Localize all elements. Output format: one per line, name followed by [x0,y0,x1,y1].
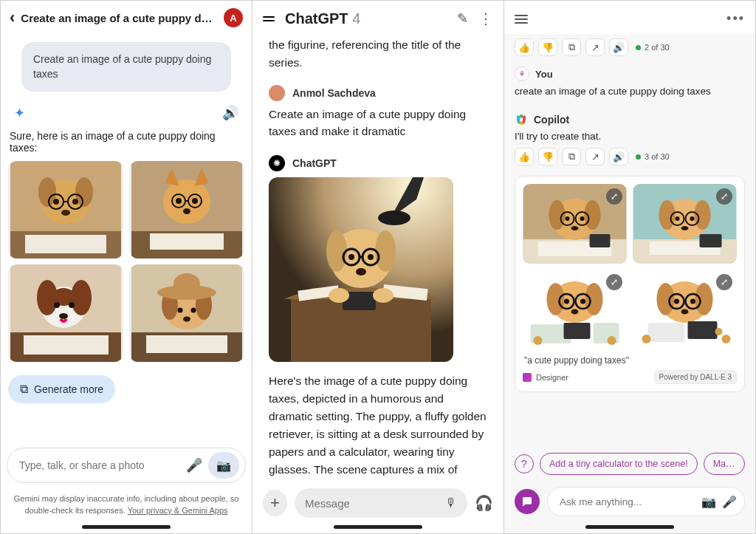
generate-more-label: Generate more [34,383,103,395]
home-indicator [82,525,171,529]
svg-point-28 [54,302,60,308]
speaker-icon[interactable]: 🔊 [222,105,238,121]
svg-point-93 [571,309,579,315]
home-indicator [585,525,674,529]
generated-image-2[interactable] [129,161,244,259]
privacy-link[interactable]: Your privacy & Gemini Apps [128,506,228,515]
help-icon[interactable]: ? [515,454,534,473]
read-aloud-icon[interactable]: 🔊 [609,38,628,56]
svg-rect-84 [700,234,722,247]
chatgpt-header: ChatGPT 4 ✎ ⋮ [252,1,504,36]
dislike-icon[interactable]: 👎 [538,148,557,165]
gemini-header: ‹ Create an image of a cute puppy doin..… [1,1,252,30]
user-avatar [269,85,285,101]
copilot-image-2[interactable]: ⤢ [633,184,737,264]
expand-icon[interactable]: ⤢ [606,274,622,290]
suggestion-chip-2[interactable]: Make the puppy w [704,453,745,475]
expand-icon[interactable]: ⤢ [716,274,732,290]
ask-input-wrapper[interactable]: 📷 🎤 [547,487,745,516]
new-chat-icon[interactable]: ✎ [457,10,468,27]
suggestion-chip-1[interactable]: Add a tiny calculator to the scene! [540,453,698,475]
chatgpt-title[interactable]: ChatGPT 4 [285,10,447,27]
dislike-icon[interactable]: 👎 [538,38,557,56]
action-row-1: 👍 👎 ⧉ ↗ 🔊 2 of 30 [515,38,745,56]
svg-point-101 [657,283,675,315]
menu-icon[interactable] [515,15,528,24]
generated-image-1[interactable] [8,161,123,259]
svg-point-59 [329,288,349,303]
svg-point-82 [681,226,689,230]
svg-rect-21 [150,233,224,250]
svg-point-16 [192,198,198,204]
message-input-wrapper[interactable]: 🎙 [295,488,467,518]
mic-icon[interactable]: 🎤 [186,457,202,473]
attach-icon[interactable]: + [263,490,287,516]
svg-point-102 [695,283,713,315]
generated-image[interactable] [269,177,453,362]
camera-icon[interactable]: 📷 [701,495,716,509]
copilot-text-input[interactable] [560,496,695,507]
you-message: create an image of a cute puppy doing ta… [515,86,745,97]
generated-image-grid [8,161,244,362]
more-icon[interactable]: ⋮ [478,10,493,27]
generated-image-3[interactable] [8,264,123,362]
copilot-panel: ••• 👍 👎 ⧉ ↗ 🔊 2 of 30 ⚘ You create an im… [504,1,755,533]
svg-rect-109 [648,323,685,342]
svg-point-40 [191,308,196,313]
copilot-label: Copilot [534,114,569,126]
svg-point-17 [183,208,190,214]
back-icon[interactable]: ‹ [10,8,15,27]
like-icon[interactable]: 👍 [515,148,534,165]
copilot-image-3[interactable]: ⤢ [523,270,627,349]
chatgpt-text-input[interactable] [305,497,445,510]
expand-icon[interactable]: ⤢ [606,188,622,205]
copy-icon[interactable]: ⧉ [562,148,581,165]
svg-point-97 [534,336,543,345]
read-aloud-icon[interactable]: 🔊 [609,148,628,165]
gemini-text-input[interactable] [19,459,180,471]
camera-icon[interactable]: 📷 [208,452,239,479]
svg-point-6 [72,199,78,205]
menu-icon[interactable] [263,16,275,21]
svg-point-60 [373,288,394,303]
copilot-image-1[interactable]: ⤢ [523,184,627,264]
svg-point-69 [580,216,585,221]
mic-icon[interactable]: 🎤 [722,495,737,509]
svg-point-30 [59,313,68,319]
svg-point-98 [608,336,616,345]
gemini-panel: ‹ Create an image of a cute puppy doin..… [1,1,252,533]
copilot-message: I'll try to create that. [515,131,745,142]
user-message: Create an image of a cute puppy doing ta… [269,106,487,140]
svg-point-106 [690,299,695,304]
svg-rect-95 [564,323,591,339]
mic-icon[interactable]: 🎙 [445,496,457,510]
headphones-icon[interactable]: 🎧 [475,494,493,512]
account-avatar[interactable]: A [224,8,243,27]
gemini-input-bar[interactable]: 🎤 📷 [7,448,246,483]
designer-badge[interactable]: Designer [523,373,568,382]
generate-more-button[interactable]: ⧉ Generate more [8,375,115,403]
chatgpt-panel: ChatGPT 4 ✎ ⋮ the figurine, referencing … [252,1,504,533]
svg-point-110 [642,335,651,343]
svg-rect-11 [25,235,106,253]
copy-icon[interactable]: ⧉ [562,38,581,56]
images-icon: ⧉ [20,383,28,396]
expand-icon[interactable]: ⤢ [716,188,732,205]
svg-point-15 [176,198,182,204]
svg-point-44 [378,210,410,225]
more-icon[interactable]: ••• [726,11,745,27]
svg-point-91 [564,299,569,304]
new-topic-button[interactable] [515,489,540,514]
generated-image-4[interactable] [129,264,244,362]
svg-point-92 [580,299,585,304]
copilot-image-4[interactable]: ⤢ [633,270,737,349]
user-name: Anmol Sachdeva [292,87,376,99]
share-icon[interactable]: ↗ [585,38,605,56]
share-icon[interactable]: ↗ [585,148,605,165]
assistant-name: ChatGPT [292,157,337,169]
you-avatar: ⚘ [515,66,529,81]
svg-point-57 [368,254,374,260]
like-icon[interactable]: 👍 [515,38,534,56]
svg-point-58 [356,268,366,275]
svg-point-41 [183,317,190,322]
